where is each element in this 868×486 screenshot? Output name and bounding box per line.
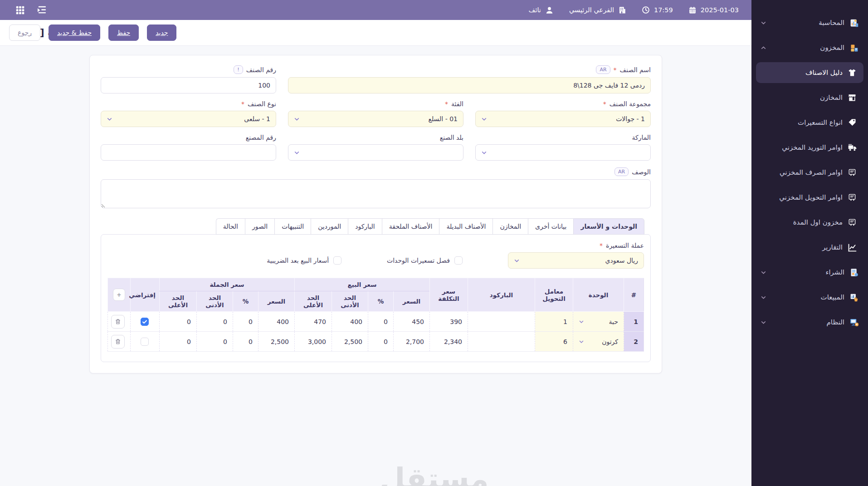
- conversion-factor-cell[interactable]: 1: [535, 312, 573, 332]
- tab-images[interactable]: الصور: [245, 218, 274, 235]
- sidebar-item-items-directory[interactable]: دليل الاصناف: [756, 62, 863, 83]
- item-number-input[interactable]: [101, 77, 276, 93]
- sell-percent-cell[interactable]: 0: [368, 312, 394, 332]
- tab-alternative-items[interactable]: الأصناف البديلة: [439, 218, 493, 235]
- after-tax-prices-checkbox[interactable]: أسعار البيع بعد الضريبية: [267, 256, 341, 265]
- save-and-new-button[interactable]: حفظ & جديد: [49, 25, 100, 41]
- pricing-currency-label: عملة التسعيرة: [606, 242, 644, 249]
- sidebar-item-reports[interactable]: التقارير: [756, 237, 863, 258]
- ws-price-cell[interactable]: 2,500: [258, 332, 295, 352]
- sidebar-item-purchases[interactable]: الشراء: [756, 262, 863, 283]
- tab-alerts[interactable]: التنبيهات: [274, 218, 311, 235]
- chevron-down-icon: [481, 116, 487, 122]
- chart-line-icon: [847, 242, 857, 252]
- sell-price-cell[interactable]: 450: [394, 312, 430, 332]
- inventory-icon: [849, 43, 859, 53]
- sell-percent-cell[interactable]: 0: [368, 332, 394, 352]
- col-barcode: الباركود: [468, 278, 535, 312]
- barcode-cell[interactable]: [468, 312, 535, 332]
- language-badge[interactable]: AR: [614, 167, 629, 176]
- system-icon: [849, 317, 859, 327]
- chevron-down-icon: [761, 20, 766, 26]
- item-type-select[interactable]: 1 - سلعى: [101, 111, 276, 127]
- delete-row-button[interactable]: [111, 335, 125, 349]
- cost-price-cell[interactable]: 2,340: [430, 332, 468, 352]
- col-ws-percent: %: [233, 291, 258, 312]
- pricing-currency-select[interactable]: ريال سعودي: [508, 252, 644, 269]
- country-select[interactable]: [288, 144, 463, 161]
- units-prices-panel: عملة التسعيرة* ريال سعودي فصل تسعيرات ال…: [101, 234, 651, 362]
- save-button[interactable]: حفظ: [108, 25, 139, 41]
- document-truck-icon: [847, 192, 857, 202]
- topbar: نائف الفرعي الرئيسي 17:59 2025-01-03: [0, 0, 751, 20]
- add-unit-row-button[interactable]: +: [113, 289, 125, 301]
- description-field: الوصف AR: [101, 167, 651, 210]
- sidebar-item-accounting[interactable]: المحاسبة: [756, 12, 863, 33]
- tab-other-data[interactable]: بيانات أخرى: [528, 218, 573, 235]
- cost-price-cell[interactable]: 390: [430, 312, 468, 332]
- unit-select[interactable]: كرتون: [573, 332, 624, 352]
- tab-status[interactable]: الحالة: [216, 218, 245, 235]
- sidebar-item-issue-orders[interactable]: اوامر الصرف المخزني: [756, 162, 863, 183]
- chevron-down-icon: [294, 150, 300, 156]
- ws-percent-cell[interactable]: 0: [233, 312, 258, 332]
- info-badge[interactable]: !: [234, 65, 243, 74]
- sidebar-item-pricing-types[interactable]: انواع التسعيرات: [756, 112, 863, 133]
- delete-row-button[interactable]: [111, 315, 125, 329]
- sell-max-cell[interactable]: 3,000: [295, 332, 332, 352]
- new-button[interactable]: جديد: [147, 25, 176, 41]
- ws-min-cell[interactable]: 0: [197, 312, 233, 332]
- table-row: 1 حبة 1 390 450 0 400 470 400 0: [107, 312, 644, 332]
- item-group-select[interactable]: 1 - جوالات: [475, 111, 651, 127]
- user-menu[interactable]: نائف: [528, 6, 554, 15]
- ws-percent-cell[interactable]: 0: [233, 332, 258, 352]
- sell-price-cell[interactable]: 2,700: [394, 332, 430, 352]
- pricing-currency-field: عملة التسعيرة* ريال سعودي: [508, 242, 644, 269]
- ws-max-cell[interactable]: 0: [159, 312, 196, 332]
- ws-min-cell[interactable]: 0: [197, 332, 233, 352]
- barcode-cell[interactable]: [468, 332, 535, 352]
- item-number-label: رقم الصنف: [246, 66, 276, 74]
- back-button[interactable]: رجوع: [9, 25, 40, 41]
- default-checkbox[interactable]: [141, 338, 149, 346]
- branch-selector[interactable]: الفرعي الرئيسي: [569, 6, 626, 14]
- sidebar-item-transfer-orders[interactable]: اوامر التحويل المخزني: [756, 187, 863, 208]
- tab-units-prices[interactable]: الوحدات و الأسعار: [573, 218, 644, 235]
- col-sell-percent: %: [368, 291, 394, 312]
- sidebar-item-opening-stock[interactable]: مخزون اول المدة: [756, 212, 863, 233]
- factory-number-label: رقم المصنع: [246, 134, 276, 141]
- calendar-icon: [688, 6, 697, 14]
- factory-number-input[interactable]: [101, 144, 276, 161]
- checkbox[interactable]: [454, 256, 463, 265]
- tab-warehouses[interactable]: المخازن: [493, 218, 528, 235]
- default-checkbox[interactable]: [141, 318, 149, 326]
- description-textarea[interactable]: [101, 179, 651, 208]
- unit-select[interactable]: حبة: [573, 312, 624, 332]
- tab-barcode[interactable]: الباركود: [348, 218, 382, 235]
- tab-attached-items[interactable]: الأصناف الملحقة: [382, 218, 439, 235]
- sidebar-item-supply-orders[interactable]: اوامر التوريد المخزني: [756, 137, 863, 158]
- sidebar-item-inventory[interactable]: المخزون: [756, 37, 863, 58]
- separate-unit-pricing-checkbox[interactable]: فصل تسعيرات الوحدات: [387, 256, 463, 265]
- ws-price-cell[interactable]: 400: [258, 312, 295, 332]
- ws-max-cell[interactable]: 0: [159, 332, 196, 352]
- item-name-input[interactable]: [288, 77, 651, 93]
- language-badge[interactable]: AR: [596, 65, 610, 74]
- col-conversion-factor: معامل التحويل: [535, 278, 573, 312]
- category-select[interactable]: 01 - السلع: [288, 111, 463, 127]
- conversion-factor-cell[interactable]: 6: [535, 332, 573, 352]
- watermark: مستقل mostaql.com: [363, 464, 506, 486]
- sidebar-toggle-icon[interactable]: [37, 5, 47, 15]
- item-form-card: اسم الصنف* AR رقم الصنف ! مجموعة الصنف* …: [89, 55, 662, 373]
- sell-min-cell[interactable]: 400: [332, 312, 368, 332]
- purchases-icon: [849, 267, 859, 277]
- brand-select[interactable]: [475, 144, 651, 161]
- sidebar-item-sales[interactable]: المبيعات: [756, 287, 863, 308]
- sidebar-item-warehouses[interactable]: المخازن: [756, 87, 863, 108]
- apps-grid-icon[interactable]: [15, 5, 25, 15]
- sell-max-cell[interactable]: 470: [295, 312, 332, 332]
- checkbox[interactable]: [333, 256, 341, 265]
- tab-suppliers[interactable]: الموردين: [311, 218, 348, 235]
- sell-min-cell[interactable]: 2,500: [332, 332, 368, 352]
- sidebar-item-system[interactable]: النظام: [756, 312, 863, 333]
